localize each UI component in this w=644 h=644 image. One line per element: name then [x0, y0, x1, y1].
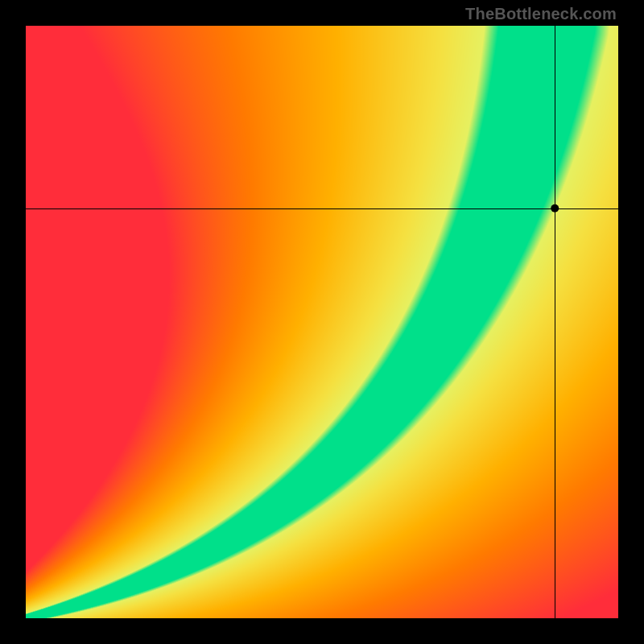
bottleneck-heatmap [26, 26, 618, 618]
watermark-text: TheBottleneck.com [465, 5, 617, 23]
